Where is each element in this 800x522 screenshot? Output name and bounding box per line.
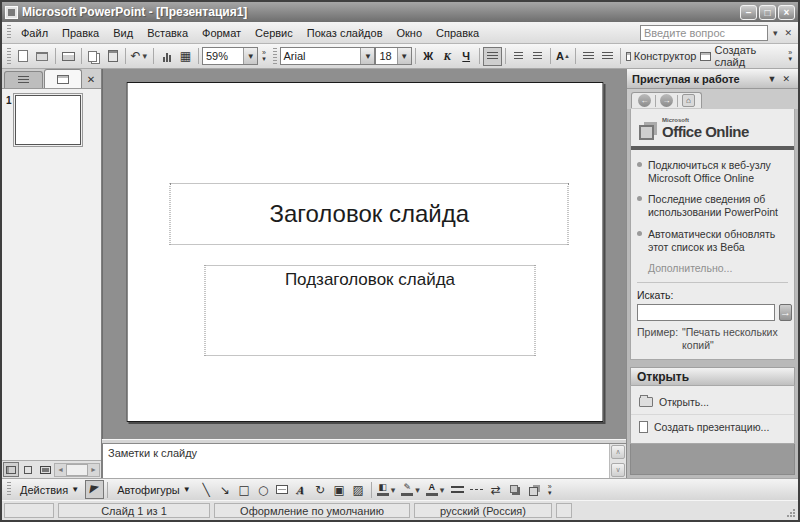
tab-slides[interactable]	[44, 69, 83, 88]
standard-toolbar-grip[interactable]	[7, 48, 11, 65]
task-pane-close-icon[interactable]: ✕	[779, 74, 793, 84]
wordart-button[interactable]: A	[292, 480, 311, 499]
normal-view-button[interactable]	[3, 462, 19, 477]
more-link[interactable]: Дополнительно...	[631, 262, 794, 280]
font-name-dropdown-icon[interactable]: ▼	[360, 48, 374, 64]
rectangle-button[interactable]: □	[235, 480, 254, 499]
font-size-combobox[interactable]: 18 ▼	[375, 47, 411, 65]
create-presentation-link[interactable]: Создать презентацию...	[631, 414, 794, 439]
home-button[interactable]: ⌂	[682, 94, 695, 107]
taskpane-search-input[interactable]	[637, 304, 775, 321]
shadow-style-button[interactable]	[505, 480, 524, 499]
underline-button[interactable]: Ч	[457, 47, 476, 66]
open-button[interactable]	[33, 47, 52, 66]
slide[interactable]: Заголовок слайда Подзаголовок слайда	[126, 82, 603, 422]
line-button[interactable]: ╲	[197, 480, 216, 499]
menu-format[interactable]: Формат	[195, 24, 248, 42]
increase-indent-button[interactable]	[598, 47, 617, 66]
tab-outline[interactable]	[4, 71, 43, 88]
menubar-grip[interactable]	[7, 25, 11, 40]
maximize-button[interactable]: □	[759, 5, 776, 20]
question-input[interactable]	[640, 25, 768, 41]
insert-chart-button[interactable]	[157, 47, 176, 66]
formatting-toolbar-options[interactable]: »▾	[784, 47, 796, 66]
standard-toolbar-options[interactable]: »▾	[258, 47, 270, 66]
bold-button[interactable]: Ж	[419, 47, 438, 66]
formatting-toolbar-grip[interactable]	[273, 48, 277, 65]
draw-menu-button[interactable]: Действия▼	[14, 480, 85, 499]
open-presentation-link[interactable]: Открыть...	[631, 390, 794, 414]
align-left-button[interactable]	[483, 47, 502, 66]
new-slide-button[interactable]: Создать слайд	[698, 47, 784, 66]
scroll-left-icon[interactable]: ◄	[55, 466, 66, 473]
status-theme[interactable]: Оформление по умолчанию	[214, 503, 410, 518]
clip-art-button[interactable]: ▣	[330, 480, 349, 499]
menu-tools[interactable]: Сервис	[248, 24, 300, 42]
menu-view[interactable]: Вид	[106, 24, 140, 42]
notes-scroll-up-icon[interactable]: ∧	[611, 445, 625, 459]
task-pane-dropdown-icon[interactable]: ▼	[765, 74, 780, 84]
link-connect-office-online[interactable]: Подключиться к веб-узлу Microsoft Office…	[637, 159, 788, 185]
slide-thumbnail[interactable]	[15, 95, 81, 145]
line-style-button[interactable]	[448, 480, 467, 499]
menu-slideshow[interactable]: Показ слайдов	[300, 24, 390, 42]
drawing-toolbar-grip[interactable]	[7, 482, 11, 497]
diagram-button[interactable]: ↻	[311, 480, 330, 499]
slides-pane-close-icon[interactable]: ✕	[83, 74, 99, 88]
notes-pane[interactable]: Заметки к слайду	[103, 444, 609, 478]
fill-color-button[interactable]: ◧▾	[375, 480, 400, 499]
arrow-button[interactable]: ↘	[216, 480, 235, 499]
font-size-dropdown-icon[interactable]: ▼	[397, 48, 411, 64]
3d-style-button[interactable]	[524, 480, 543, 499]
scroll-right-icon[interactable]: ►	[88, 466, 99, 473]
menu-insert[interactable]: Вставка	[140, 24, 195, 42]
horizontal-scrollbar[interactable]: ◄ ►	[54, 463, 100, 477]
menu-window[interactable]: Окно	[390, 24, 430, 42]
italic-button[interactable]: К	[438, 47, 457, 66]
numbering-button[interactable]	[509, 47, 528, 66]
title-placeholder[interactable]: Заголовок слайда	[170, 183, 569, 246]
font-name-combobox[interactable]: Arial ▼	[280, 47, 376, 65]
select-objects-button[interactable]: ◤	[85, 480, 104, 499]
task-pane-header[interactable]: Приступая к работе ▼ ✕	[627, 69, 798, 89]
menu-file[interactable]: Файл	[14, 24, 55, 42]
design-button[interactable]: Конструктор	[624, 47, 698, 66]
zoom-dropdown-icon[interactable]: ▼	[243, 48, 257, 64]
back-button[interactable]: ←	[638, 94, 651, 107]
undo-button[interactable]: ↶▾	[129, 47, 150, 66]
menu-help[interactable]: Справка	[429, 24, 486, 42]
autoshapes-button[interactable]: Автофигуры▼	[111, 480, 197, 499]
dash-style-button[interactable]	[467, 480, 486, 499]
font-color-button[interactable]: А▾	[424, 480, 449, 499]
link-auto-update[interactable]: Автоматически обновлять этот список из В…	[637, 228, 788, 254]
scrollbar-thumb[interactable]	[66, 464, 88, 476]
forward-button[interactable]: →	[660, 94, 673, 107]
notes-scroll-down-icon[interactable]: ∨	[611, 463, 625, 477]
notes-scrollbar[interactable]: ∧ ∨	[609, 444, 626, 478]
status-language[interactable]: русский (Россия)	[414, 503, 552, 518]
increase-font-button[interactable]: A▲	[553, 47, 572, 66]
minimize-button[interactable]: –	[740, 5, 757, 20]
bullets-button[interactable]	[528, 47, 547, 66]
link-latest-news[interactable]: Последние сведения об использовании Powe…	[637, 193, 788, 219]
insert-table-button[interactable]: ▦	[176, 47, 195, 66]
resize-grip-icon[interactable]	[786, 508, 796, 518]
search-go-button[interactable]: →	[779, 304, 792, 321]
copy-button[interactable]	[84, 47, 103, 66]
close-button[interactable]: ×	[778, 5, 795, 20]
question-dropdown-icon[interactable]: ▾	[771, 28, 780, 38]
menubar-close-icon[interactable]: ✕	[782, 28, 794, 38]
menu-edit[interactable]: Правка	[55, 24, 106, 42]
slideshow-view-button[interactable]	[37, 462, 53, 477]
line-color-button[interactable]: ✎▾	[399, 480, 424, 499]
zoom-combobox[interactable]: 59% ▼	[202, 47, 258, 65]
text-box-button[interactable]	[273, 480, 292, 499]
print-button[interactable]	[59, 47, 78, 66]
oval-button[interactable]: ○	[254, 480, 273, 499]
drawing-toolbar-options[interactable]: »▾	[543, 480, 556, 499]
slide-sorter-view-button[interactable]	[20, 462, 36, 477]
decrease-indent-button[interactable]	[579, 47, 598, 66]
paste-button[interactable]	[103, 47, 122, 66]
arrow-style-button[interactable]: ⇄	[486, 480, 505, 499]
new-button[interactable]	[14, 47, 33, 66]
